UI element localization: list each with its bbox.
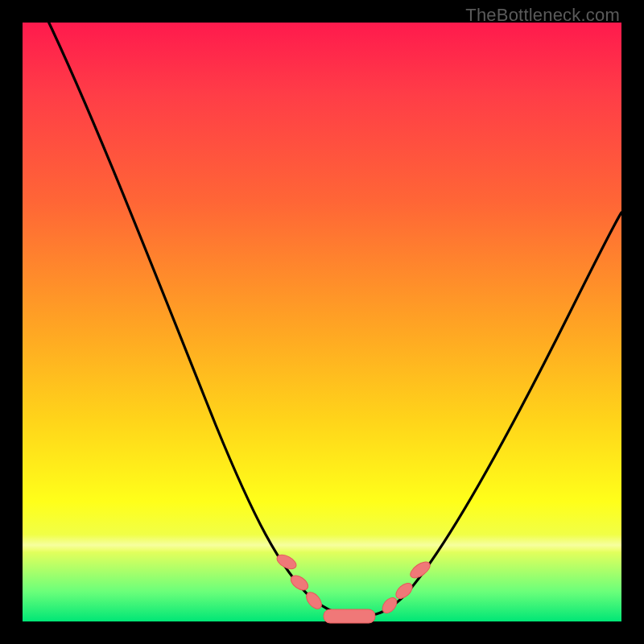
chart-frame: TheBottleneck.com xyxy=(0,0,644,644)
curve-path xyxy=(45,14,621,617)
bottleneck-curve xyxy=(23,23,621,621)
marker-bottom xyxy=(324,609,375,623)
plot-area xyxy=(23,23,621,621)
attribution-text: TheBottleneck.com xyxy=(465,5,620,26)
curve-markers xyxy=(275,552,432,623)
marker xyxy=(393,580,415,601)
